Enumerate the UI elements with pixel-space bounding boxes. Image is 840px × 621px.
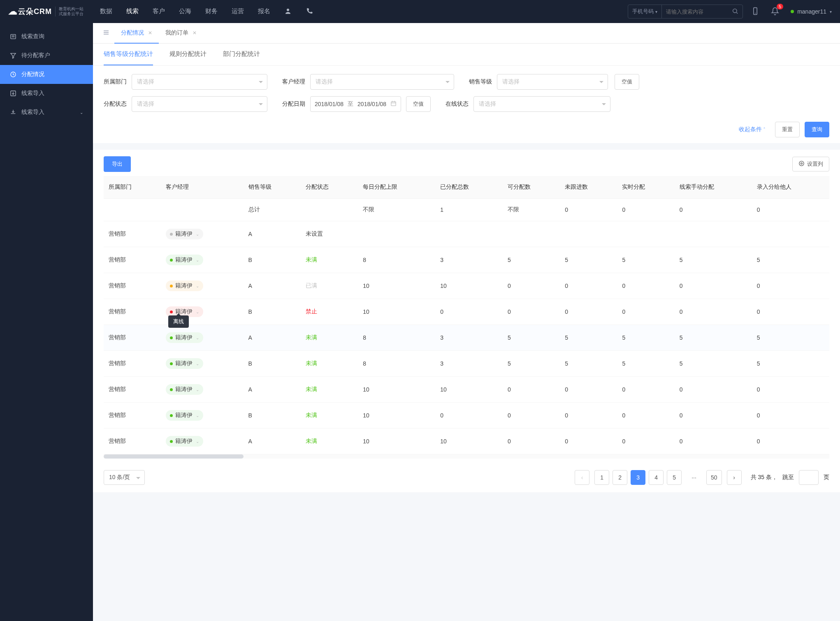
call-icon[interactable]	[306, 7, 313, 16]
manager-tag[interactable]: 籍涛伊⌄	[166, 436, 203, 447]
tooltip: 离线	[168, 315, 189, 328]
sidebar-item-3[interactable]: 线索导入	[0, 84, 93, 103]
chevron-down-icon: ⌄	[196, 258, 199, 262]
col-10: 录入分给他人	[752, 176, 829, 199]
sidebar-item-1[interactable]: 待分配客户	[0, 46, 93, 65]
status-dot-icon	[170, 414, 173, 417]
chevron-down-icon: ⌄	[196, 413, 199, 418]
phone-icon[interactable]	[751, 7, 759, 16]
sidebar-toggle-icon[interactable]	[98, 29, 114, 37]
page-2[interactable]: 2	[613, 470, 627, 485]
manager-tag[interactable]: 籍涛伊⌄	[166, 332, 203, 343]
close-icon[interactable]: ✕	[148, 30, 152, 36]
sidebar-item-label: 线索导入	[21, 109, 44, 116]
manager-select[interactable]: 请选择	[310, 74, 454, 90]
page-tab-0[interactable]: 分配情况✕	[114, 23, 159, 44]
chevron-right-icon: ›	[733, 474, 735, 481]
table-row: 营销部籍涛伊⌄A未满8355555	[104, 325, 829, 351]
user-icon[interactable]	[284, 7, 292, 16]
chevron-down-icon: ⌄	[80, 110, 83, 115]
svg-point-19	[801, 163, 803, 165]
top-navbar: ☁ 云朵CRM 教育机构一站式服务云平台 数据线索客户公海财务运营报名 手机号码…	[0, 0, 840, 23]
collapse-filters-link[interactable]: 收起条件 ˆ	[739, 126, 765, 133]
sidebar-item-2[interactable]: 分配情况	[0, 65, 93, 84]
status-dot-icon	[170, 259, 173, 262]
manager-tag[interactable]: 籍涛伊⌄	[166, 280, 203, 291]
manager-name: 籍涛伊	[175, 230, 193, 238]
page-5[interactable]: 5	[667, 470, 682, 485]
sidebar-item-4[interactable]: 线索导入⌄	[0, 103, 93, 122]
jump-label: 跳至	[782, 474, 794, 481]
status-dot-icon	[170, 233, 173, 236]
col-4: 每日分配上限	[358, 176, 435, 199]
topmenu-1[interactable]: 线索	[126, 7, 139, 16]
topmenu-4[interactable]: 财务	[205, 7, 218, 16]
manager-tag[interactable]: 籍涛伊⌄	[166, 229, 203, 239]
table-row: 营销部籍涛伊⌄B未满8355555	[104, 351, 829, 377]
query-button[interactable]: 查询	[805, 122, 829, 137]
page-tabs: 分配情况✕我的订单✕	[93, 23, 840, 44]
topmenu-6[interactable]: 报名	[258, 7, 270, 16]
table-row: 营销部籍涛伊⌄B未满8355555	[104, 247, 829, 273]
close-icon[interactable]: ✕	[193, 30, 197, 36]
search-input[interactable]	[662, 9, 728, 15]
manager-name: 籍涛伊	[175, 412, 193, 419]
sidebar-item-0[interactable]: 线索查询	[0, 27, 93, 46]
topmenu-3[interactable]: 公海	[179, 7, 191, 16]
topmenu-2[interactable]: 客户	[153, 7, 165, 16]
manager-tag[interactable]: 籍涛伊⌄	[166, 358, 203, 369]
next-page-button[interactable]: ›	[727, 470, 742, 485]
import-icon	[10, 90, 16, 97]
svg-line-2	[737, 12, 738, 14]
logo-separator	[55, 7, 56, 16]
sidebar-item-label: 线索导入	[21, 90, 44, 97]
dept-filter-label: 所属部门	[104, 78, 127, 86]
manager-tag[interactable]: 籍涛伊⌄	[166, 384, 203, 395]
topmenu-0[interactable]: 数据	[100, 7, 112, 16]
sub-tab-1[interactable]: 规则分配统计	[169, 44, 207, 65]
chevron-down-icon: ⌄	[196, 336, 199, 340]
dept-select[interactable]: 请选择	[132, 74, 267, 90]
col-7: 未跟进数	[560, 176, 617, 199]
search-type-select[interactable]: 手机号码▾	[628, 5, 662, 18]
jump-page-input[interactable]	[799, 470, 819, 485]
reset-button[interactable]: 重置	[775, 122, 800, 137]
user-menu[interactable]: manager11 ▾	[791, 8, 832, 15]
topmenu-5[interactable]: 运营	[232, 7, 244, 16]
manager-name: 籍涛伊	[175, 438, 193, 445]
level-empty-button[interactable]: 空值	[615, 74, 639, 90]
manager-name: 籍涛伊	[175, 256, 193, 264]
page-3[interactable]: 3	[631, 470, 645, 485]
filter-panel: 所属部门 请选择 客户经理 请选择 销售等级 请选择 空值 分配状态 请选择	[93, 66, 840, 143]
manager-tag[interactable]: 籍涛伊⌄	[166, 410, 203, 421]
page-4[interactable]: 4	[649, 470, 664, 485]
columns-button[interactable]: 设置列	[792, 157, 829, 171]
page-suffix: 页	[824, 474, 829, 481]
date-range-picker[interactable]: 2018/01/08 至 2018/01/08	[310, 96, 401, 112]
summary-row: 总计不限1不限0000	[104, 199, 829, 221]
manager-name: 籍涛伊	[175, 282, 193, 290]
page-tab-1[interactable]: 我的订单✕	[159, 23, 203, 44]
prev-page-button[interactable]: ‹	[575, 470, 589, 485]
horizontal-scrollbar[interactable]	[104, 454, 829, 459]
status-select[interactable]: 请选择	[132, 96, 267, 112]
date-empty-button[interactable]: 空值	[406, 96, 431, 112]
search-icon[interactable]	[728, 8, 743, 16]
manager-tag[interactable]: 籍涛伊⌄	[166, 255, 203, 265]
svg-point-1	[733, 9, 737, 12]
chevron-left-icon: ‹	[581, 474, 583, 481]
online-select[interactable]: 请选择	[473, 96, 610, 112]
page-1[interactable]: 1	[594, 470, 609, 485]
chevron-down-icon: ▾	[830, 9, 832, 14]
status-filter-label: 分配状态	[104, 100, 127, 108]
level-select[interactable]: 请选择	[497, 74, 608, 90]
sub-tab-0[interactable]: 销售等级分配统计	[104, 44, 153, 65]
page-ellipsis: ···	[687, 470, 701, 485]
col-5: 已分配总数	[435, 176, 503, 199]
bell-icon[interactable]: 5	[771, 7, 779, 16]
sub-tab-2[interactable]: 部门分配统计	[223, 44, 260, 65]
export-button[interactable]: 导出	[104, 156, 131, 172]
page-last[interactable]: 50	[706, 470, 722, 485]
chevron-down-icon: ⌄	[196, 439, 199, 444]
page-size-select[interactable]: 10 条/页	[104, 470, 145, 485]
